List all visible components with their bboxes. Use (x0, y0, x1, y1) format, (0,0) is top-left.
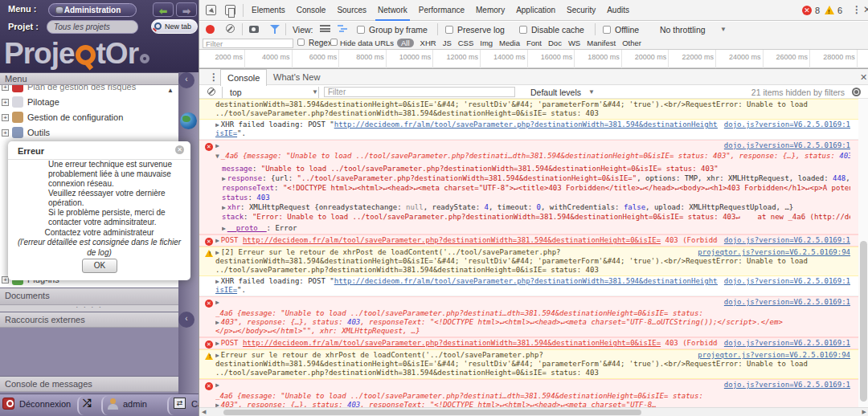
filter-type-xhr[interactable]: XHR (420, 39, 436, 47)
warning-badge-icon[interactable]: ! (825, 6, 834, 14)
menu-dropdown[interactable]: Administration (48, 3, 137, 17)
tab-sources[interactable]: Sources (331, 0, 372, 21)
cache-icon[interactable]: ⇄ (174, 398, 186, 409)
expand-icon[interactable]: ⤮ (83, 398, 96, 410)
hide-data-urls-label: Hide data URLs (340, 39, 394, 47)
drawer-tab-console[interactable]: Console (220, 69, 267, 86)
tab-console[interactable]: Console (291, 0, 332, 21)
filter-type-other[interactable]: Other (622, 39, 641, 47)
menu-item[interactable]: +Outils (0, 125, 178, 141)
view-list-icon[interactable] (320, 25, 330, 34)
console-warning-row: !▶[2] Erreur sur le retour de xhrPost de… (199, 247, 858, 276)
project-select[interactable]: Tous les projets (47, 20, 138, 34)
database-icon (55, 6, 63, 14)
filter-type-manifest[interactable]: Manifest (587, 39, 616, 47)
menu-scroll-up-icon[interactable]: ▲ (167, 87, 174, 94)
expand-plus-icon[interactable]: + (2, 99, 9, 106)
filter-type-media[interactable]: Media (499, 39, 520, 47)
error-badge-icon[interactable]: ✕ (802, 6, 812, 15)
tab-application[interactable]: Application (510, 0, 561, 21)
console-horizontal-scrollbar[interactable]: ◀▶ (199, 407, 868, 416)
tab-network[interactable]: Network (372, 0, 413, 21)
console-settings-icon[interactable] (852, 88, 861, 96)
filter-funnel-icon[interactable] (270, 25, 280, 34)
source-link[interactable]: projeqtor.js?version=V6.2.5.0169:94 (691, 248, 850, 257)
dialog-close-icon[interactable]: ✕ (175, 145, 184, 154)
logout-button[interactable]: Déconnexion (19, 399, 71, 409)
throttling-select[interactable]: No throttling (660, 25, 706, 35)
filter-type-doc[interactable]: Doc (548, 39, 562, 47)
nav-forward-button[interactable]: ➡ (176, 2, 197, 17)
filter-type-img[interactable]: Img (480, 39, 493, 47)
network-filter-input[interactable]: Filter (203, 39, 293, 48)
shortcuts-section-header[interactable]: Raccourcis externes (0, 312, 178, 328)
collapse-handle-mid[interactable]: ‹ (178, 312, 194, 328)
source-link[interactable]: dojo.js?version=V6.2.5.0169:1 (718, 381, 850, 389)
group-by-frame-checkbox[interactable] (357, 26, 365, 34)
drawer-close-icon[interactable]: ✕ (860, 72, 867, 83)
tab-memory[interactable]: Memory (470, 0, 510, 21)
filter-type-js[interactable]: JS (443, 39, 452, 47)
menu-item-icon (12, 85, 23, 92)
hide-data-urls-checkbox[interactable] (330, 39, 338, 46)
dialog-body-1: Une erreur technique est survenueprobabl… (48, 160, 172, 227)
power-icon[interactable] (2, 398, 14, 410)
source-link[interactable]: dojo.js?version=V6.2.5.0169:1 (718, 298, 850, 307)
globe-icon[interactable] (180, 112, 197, 129)
message-console-section-header[interactable]: Console de messages (0, 376, 178, 392)
tab-security[interactable]: Security (561, 0, 601, 21)
source-link[interactable]: dojo.js?version=V6.2.5.0169:1 (718, 236, 850, 245)
console-vertical-scrollbar[interactable] (858, 99, 868, 407)
console-context-select[interactable]: top (230, 88, 242, 97)
inspect-element-icon[interactable] (206, 5, 216, 15)
record-button[interactable] (206, 25, 215, 34)
view-waterfall-icon[interactable] (338, 25, 348, 34)
resize-handle[interactable]: · · · · (0, 305, 178, 312)
tab-elements[interactable]: Elements (246, 0, 291, 21)
source-link[interactable]: dojo.js?version=V6.2.5.0169:1 (718, 277, 850, 286)
toolbar-separator (242, 23, 243, 35)
nav-back-button[interactable]: ⬅ (153, 2, 174, 17)
new-tab-button[interactable]: New tab (151, 19, 198, 34)
filter-type-css[interactable]: CSS (458, 39, 474, 47)
regex-checkbox[interactable] (297, 39, 305, 46)
drawer-tab-whats-new[interactable]: What's New (267, 69, 326, 86)
toolbar-separator (243, 4, 244, 17)
expand-plus-icon[interactable]: + (2, 85, 9, 91)
source-link[interactable]: dojo.js?version=V6.2.5.0169:1 (718, 141, 850, 150)
device-toolbar-icon[interactable] (225, 5, 235, 15)
disable-cache-checkbox[interactable] (519, 26, 527, 34)
offline-checkbox[interactable] (603, 26, 611, 34)
filter-type-font[interactable]: Font (526, 39, 542, 47)
tab-audits[interactable]: Audits (601, 0, 635, 21)
console-error-row: ✕▶dojo.js?version=V6.2.5.0169:1_4a6 {mes… (199, 379, 858, 407)
dialog-ok-button[interactable]: OK (82, 259, 117, 273)
drawer-menu-icon[interactable]: ⋮ (209, 71, 219, 83)
clear-icon[interactable] (226, 24, 235, 33)
expand-plus-icon[interactable]: + (2, 114, 9, 121)
console-warning-row: destinationWidth=381.594&destinationHeig… (199, 99, 858, 120)
menu-item-icon (12, 127, 23, 138)
user-name[interactable]: admin (123, 399, 147, 409)
source-link[interactable]: dojo.js?version=V6.2.5.0169:1 (718, 120, 850, 129)
tab-performance[interactable]: Performance (413, 0, 470, 21)
menu-item[interactable]: +Plan de gestion des risques (0, 85, 178, 95)
preserve-log-checkbox[interactable] (445, 26, 453, 34)
menu-item[interactable]: +Pilotage (0, 95, 178, 110)
console-levels-select[interactable]: Default levels (530, 88, 581, 97)
filter-type-all[interactable]: All (397, 39, 414, 47)
source-link[interactable]: dojo.js?version=V6.2.5.0169:1 (718, 339, 850, 348)
devtools-menu-icon[interactable]: ⋮ (852, 4, 862, 15)
filter-type-ws[interactable]: WS (568, 39, 580, 47)
cache-label[interactable]: Cac (191, 399, 199, 409)
error-icon: ✕ (205, 382, 213, 390)
menu-section-header[interactable]: Menu (0, 72, 178, 85)
expand-plus-icon[interactable]: + (2, 129, 9, 137)
devtools-close-icon[interactable]: ✕ (863, 4, 868, 15)
collapse-handle-top[interactable]: ‹ (178, 72, 194, 88)
console-clear-icon[interactable] (207, 88, 215, 96)
screenshot-icon[interactable] (249, 26, 259, 33)
menu-item[interactable]: +Gestion de configuration (0, 110, 178, 125)
console-filter-input[interactable]: Filter (324, 87, 515, 97)
source-link[interactable]: projeqtor.js?version=V6.2.5.0169:94 (691, 351, 850, 360)
